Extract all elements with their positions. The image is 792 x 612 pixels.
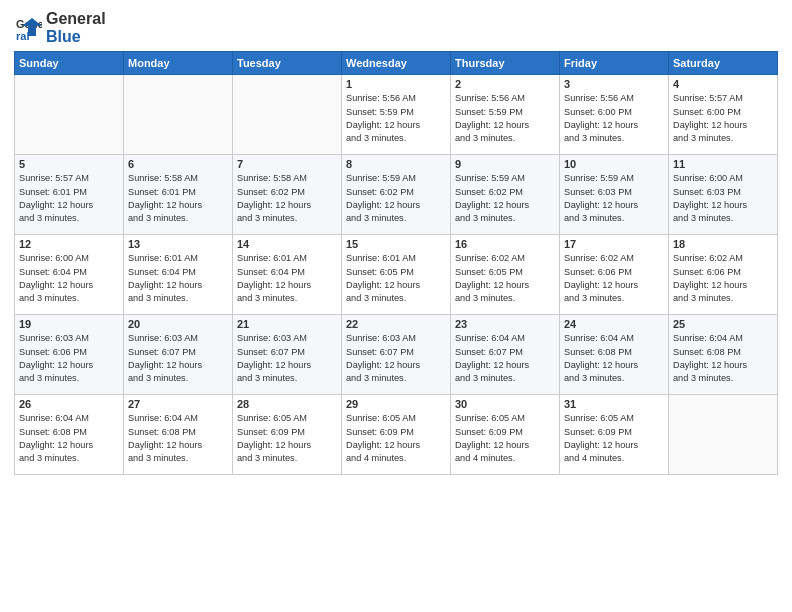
day-info: Sunrise: 6:05 AMSunset: 6:09 PMDaylight:… [237, 412, 337, 465]
day-number: 4 [673, 78, 773, 90]
week-row-5: 26Sunrise: 6:04 AMSunset: 6:08 PMDayligh… [15, 395, 778, 475]
calendar-page: Gene ral General Blue SundayMondayTuesda… [0, 0, 792, 612]
day-number: 9 [455, 158, 555, 170]
day-cell [233, 75, 342, 155]
day-cell: 26Sunrise: 6:04 AMSunset: 6:08 PMDayligh… [15, 395, 124, 475]
day-info: Sunrise: 5:56 AMSunset: 6:00 PMDaylight:… [564, 92, 664, 145]
header-cell-saturday: Saturday [669, 52, 778, 75]
header-row: SundayMondayTuesdayWednesdayThursdayFrid… [15, 52, 778, 75]
day-cell: 18Sunrise: 6:02 AMSunset: 6:06 PMDayligh… [669, 235, 778, 315]
day-number: 21 [237, 318, 337, 330]
day-info: Sunrise: 6:05 AMSunset: 6:09 PMDaylight:… [564, 412, 664, 465]
header-cell-wednesday: Wednesday [342, 52, 451, 75]
day-cell: 24Sunrise: 6:04 AMSunset: 6:08 PMDayligh… [560, 315, 669, 395]
day-info: Sunrise: 6:05 AMSunset: 6:09 PMDaylight:… [455, 412, 555, 465]
day-number: 24 [564, 318, 664, 330]
day-number: 27 [128, 398, 228, 410]
day-info: Sunrise: 6:02 AMSunset: 6:06 PMDaylight:… [673, 252, 773, 305]
calendar-table: SundayMondayTuesdayWednesdayThursdayFrid… [14, 51, 778, 475]
day-cell: 16Sunrise: 6:02 AMSunset: 6:05 PMDayligh… [451, 235, 560, 315]
day-cell: 10Sunrise: 5:59 AMSunset: 6:03 PMDayligh… [560, 155, 669, 235]
day-info: Sunrise: 6:04 AMSunset: 6:08 PMDaylight:… [19, 412, 119, 465]
day-cell: 23Sunrise: 6:04 AMSunset: 6:07 PMDayligh… [451, 315, 560, 395]
logo-text-line2: Blue [46, 28, 106, 46]
day-info: Sunrise: 5:56 AMSunset: 5:59 PMDaylight:… [346, 92, 446, 145]
day-cell: 28Sunrise: 6:05 AMSunset: 6:09 PMDayligh… [233, 395, 342, 475]
week-row-1: 1Sunrise: 5:56 AMSunset: 5:59 PMDaylight… [15, 75, 778, 155]
logo-icon: Gene ral [14, 14, 42, 42]
day-cell: 8Sunrise: 5:59 AMSunset: 6:02 PMDaylight… [342, 155, 451, 235]
day-number: 28 [237, 398, 337, 410]
day-number: 23 [455, 318, 555, 330]
day-cell: 1Sunrise: 5:56 AMSunset: 5:59 PMDaylight… [342, 75, 451, 155]
day-info: Sunrise: 5:59 AMSunset: 6:02 PMDaylight:… [455, 172, 555, 225]
day-number: 3 [564, 78, 664, 90]
day-cell: 15Sunrise: 6:01 AMSunset: 6:05 PMDayligh… [342, 235, 451, 315]
day-number: 11 [673, 158, 773, 170]
day-number: 17 [564, 238, 664, 250]
calendar-body: 1Sunrise: 5:56 AMSunset: 5:59 PMDaylight… [15, 75, 778, 475]
day-cell: 7Sunrise: 5:58 AMSunset: 6:02 PMDaylight… [233, 155, 342, 235]
day-number: 15 [346, 238, 446, 250]
day-number: 18 [673, 238, 773, 250]
day-number: 8 [346, 158, 446, 170]
day-number: 20 [128, 318, 228, 330]
day-cell: 13Sunrise: 6:01 AMSunset: 6:04 PMDayligh… [124, 235, 233, 315]
day-cell: 9Sunrise: 5:59 AMSunset: 6:02 PMDaylight… [451, 155, 560, 235]
day-number: 26 [19, 398, 119, 410]
week-row-2: 5Sunrise: 5:57 AMSunset: 6:01 PMDaylight… [15, 155, 778, 235]
day-cell: 3Sunrise: 5:56 AMSunset: 6:00 PMDaylight… [560, 75, 669, 155]
day-number: 22 [346, 318, 446, 330]
day-number: 1 [346, 78, 446, 90]
day-info: Sunrise: 6:01 AMSunset: 6:04 PMDaylight:… [128, 252, 228, 305]
day-info: Sunrise: 5:57 AMSunset: 6:00 PMDaylight:… [673, 92, 773, 145]
header-cell-friday: Friday [560, 52, 669, 75]
day-cell: 6Sunrise: 5:58 AMSunset: 6:01 PMDaylight… [124, 155, 233, 235]
day-cell: 21Sunrise: 6:03 AMSunset: 6:07 PMDayligh… [233, 315, 342, 395]
day-cell: 29Sunrise: 6:05 AMSunset: 6:09 PMDayligh… [342, 395, 451, 475]
day-info: Sunrise: 6:00 AMSunset: 6:03 PMDaylight:… [673, 172, 773, 225]
week-row-3: 12Sunrise: 6:00 AMSunset: 6:04 PMDayligh… [15, 235, 778, 315]
day-info: Sunrise: 6:05 AMSunset: 6:09 PMDaylight:… [346, 412, 446, 465]
header-cell-sunday: Sunday [15, 52, 124, 75]
day-number: 31 [564, 398, 664, 410]
day-info: Sunrise: 5:59 AMSunset: 6:02 PMDaylight:… [346, 172, 446, 225]
day-number: 13 [128, 238, 228, 250]
header-cell-tuesday: Tuesday [233, 52, 342, 75]
day-info: Sunrise: 6:03 AMSunset: 6:07 PMDaylight:… [346, 332, 446, 385]
day-cell: 22Sunrise: 6:03 AMSunset: 6:07 PMDayligh… [342, 315, 451, 395]
day-info: Sunrise: 6:01 AMSunset: 6:04 PMDaylight:… [237, 252, 337, 305]
day-cell [15, 75, 124, 155]
day-number: 30 [455, 398, 555, 410]
day-cell: 14Sunrise: 6:01 AMSunset: 6:04 PMDayligh… [233, 235, 342, 315]
day-number: 14 [237, 238, 337, 250]
day-info: Sunrise: 6:04 AMSunset: 6:07 PMDaylight:… [455, 332, 555, 385]
day-cell: 11Sunrise: 6:00 AMSunset: 6:03 PMDayligh… [669, 155, 778, 235]
day-info: Sunrise: 6:02 AMSunset: 6:05 PMDaylight:… [455, 252, 555, 305]
header-cell-monday: Monday [124, 52, 233, 75]
day-info: Sunrise: 5:58 AMSunset: 6:01 PMDaylight:… [128, 172, 228, 225]
day-info: Sunrise: 6:01 AMSunset: 6:05 PMDaylight:… [346, 252, 446, 305]
day-number: 25 [673, 318, 773, 330]
header-cell-thursday: Thursday [451, 52, 560, 75]
day-cell: 25Sunrise: 6:04 AMSunset: 6:08 PMDayligh… [669, 315, 778, 395]
day-cell [669, 395, 778, 475]
day-info: Sunrise: 6:03 AMSunset: 6:07 PMDaylight:… [237, 332, 337, 385]
day-info: Sunrise: 6:04 AMSunset: 6:08 PMDaylight:… [564, 332, 664, 385]
day-cell: 12Sunrise: 6:00 AMSunset: 6:04 PMDayligh… [15, 235, 124, 315]
day-cell: 2Sunrise: 5:56 AMSunset: 5:59 PMDaylight… [451, 75, 560, 155]
day-cell: 20Sunrise: 6:03 AMSunset: 6:07 PMDayligh… [124, 315, 233, 395]
day-cell: 19Sunrise: 6:03 AMSunset: 6:06 PMDayligh… [15, 315, 124, 395]
week-row-4: 19Sunrise: 6:03 AMSunset: 6:06 PMDayligh… [15, 315, 778, 395]
day-info: Sunrise: 6:00 AMSunset: 6:04 PMDaylight:… [19, 252, 119, 305]
day-info: Sunrise: 5:57 AMSunset: 6:01 PMDaylight:… [19, 172, 119, 225]
day-cell: 5Sunrise: 5:57 AMSunset: 6:01 PMDaylight… [15, 155, 124, 235]
day-number: 19 [19, 318, 119, 330]
day-number: 12 [19, 238, 119, 250]
day-info: Sunrise: 5:58 AMSunset: 6:02 PMDaylight:… [237, 172, 337, 225]
day-cell: 30Sunrise: 6:05 AMSunset: 6:09 PMDayligh… [451, 395, 560, 475]
day-info: Sunrise: 5:59 AMSunset: 6:03 PMDaylight:… [564, 172, 664, 225]
day-info: Sunrise: 6:03 AMSunset: 6:06 PMDaylight:… [19, 332, 119, 385]
calendar-header: SundayMondayTuesdayWednesdayThursdayFrid… [15, 52, 778, 75]
day-info: Sunrise: 6:03 AMSunset: 6:07 PMDaylight:… [128, 332, 228, 385]
